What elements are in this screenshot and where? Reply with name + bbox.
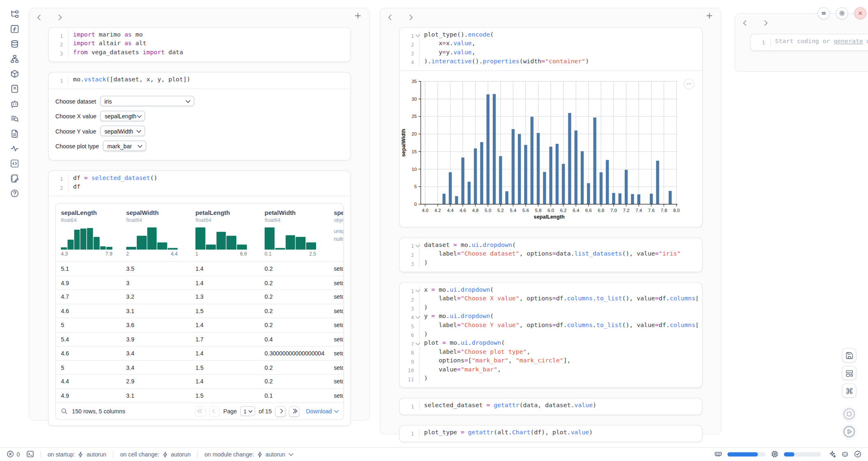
sidebar-icon-list-search[interactable]	[10, 115, 18, 123]
table-row: 4.93.11.50.1setosa	[56, 388, 343, 402]
table-row: 53.61.40.2setosa	[56, 318, 343, 332]
svg-text:35: 35	[412, 79, 417, 84]
svg-text:5.6: 5.6	[522, 208, 529, 213]
select-choose-plot-type[interactable]: mark_bar	[103, 141, 146, 151]
scratch-code-input[interactable]: 1Start coding or generate with AI	[750, 35, 868, 51]
control-row-choose-x-value: Choose X valuesepalLength	[55, 111, 344, 121]
robot-icon[interactable]	[841, 450, 849, 459]
label-choose-x-value: Choose X value	[55, 113, 97, 119]
svg-text:6.2: 6.2	[560, 208, 567, 213]
table-cell: 3.6	[126, 322, 195, 328]
table-cell: 0.2	[265, 279, 334, 286]
last-page-button[interactable]	[289, 406, 300, 417]
statusbar-on-module-change[interactable]: on module change:autorun	[205, 451, 293, 458]
search-icon[interactable]	[61, 408, 67, 415]
error-count[interactable]: 0	[7, 450, 20, 459]
code-editor-chart[interactable]: 1plot_type().encode(2 x=x.value,3 y=y.va…	[399, 28, 702, 71]
svg-text:7.0: 7.0	[610, 208, 617, 213]
sidebar-icon-database[interactable]	[10, 40, 18, 48]
select-choose-y-value[interactable]: sepalWidth	[100, 126, 145, 136]
gear-button[interactable]	[836, 7, 848, 20]
svg-text:25: 25	[412, 114, 417, 119]
svg-text:6.8: 6.8	[598, 208, 605, 213]
table-cell: 0.4	[265, 336, 334, 342]
play-button[interactable]	[842, 424, 856, 439]
code-editor-imports[interactable]: 1import marimo as mo2import altair as al…	[49, 28, 351, 61]
sidebar	[0, 0, 29, 461]
line-number: 11	[403, 375, 414, 384]
check-circle-icon[interactable]	[854, 450, 861, 459]
prev-page-button[interactable]	[210, 406, 220, 417]
table-cell: 1.4	[195, 265, 264, 272]
download-button[interactable]: Download	[306, 408, 338, 415]
cpu-icon	[771, 450, 778, 459]
sidebar-icon-bot-message[interactable]	[10, 99, 18, 108]
column-header-species[interactable]: speciesobjectunique:nulls:	[334, 209, 343, 257]
sidebar-icon-file-tree[interactable]	[10, 10, 18, 18]
ram-icon	[715, 450, 722, 459]
sparkles-icon[interactable]	[829, 450, 836, 459]
column-header-sepalLength[interactable]: sepalLengthfloat644.37.9	[61, 209, 126, 257]
sidebar-icon-notebook-pen[interactable]	[10, 174, 18, 182]
command-button[interactable]	[842, 383, 856, 398]
line-number: 5	[403, 322, 414, 331]
sidebar-icon-scroll-text[interactable]	[10, 85, 18, 93]
page-select[interactable]: 1	[240, 406, 255, 416]
code-editor-plot-type[interactable]: 1plot_type = getattr(alt.Chart(df), plot…	[399, 426, 702, 442]
line-number: 2	[403, 295, 414, 304]
histogram-sepalLength	[61, 226, 112, 250]
line-number: 1	[403, 429, 414, 438]
first-page-button[interactable]	[196, 406, 206, 417]
panel1-forward-button[interactable]	[55, 13, 62, 21]
panel2-add-cell-button[interactable]	[706, 12, 714, 20]
label-choose-plot-type: Choose plot type	[55, 143, 99, 149]
sidebar-icon-function-square[interactable]	[10, 25, 18, 33]
cell-dataframe: 1df = selected_dataset()2df sepalLengthf…	[48, 171, 351, 426]
control-row-choose-dataset: Choose datasetiris	[55, 96, 344, 106]
terminal-button[interactable]	[26, 450, 34, 459]
table-summary: 150 rows, 5 columns	[72, 408, 125, 415]
table-cell: 3.5	[126, 265, 195, 272]
code-editor-dataframe[interactable]: 1df = selected_dataset()2df	[49, 171, 351, 196]
panel3-back-button[interactable]	[742, 19, 750, 27]
sidebar-icon-code-square[interactable]	[10, 159, 18, 168]
line-number: 1	[52, 76, 63, 85]
save-button[interactable]	[842, 348, 856, 362]
svg-text:4.2: 4.2	[434, 208, 441, 213]
panel2-forward-button[interactable]	[406, 13, 413, 21]
code-editor-selected-dataset[interactable]: 1selected_dataset = getattr(data, datase…	[399, 399, 702, 415]
statusbar-on-startup[interactable]: on startup:autorun	[48, 451, 106, 458]
sidebar-icon-activity[interactable]	[10, 145, 18, 153]
menu-button[interactable]	[817, 7, 830, 20]
code-editor-xyplot[interactable]: 1x = mo.ui.dropdown(2 label="Choose X va…	[399, 283, 702, 387]
statusbar-on-cell-change[interactable]: on cell change:autorun	[120, 451, 190, 458]
column-header-petalWidth[interactable]: petalWidthfloat640.12.5	[265, 209, 334, 257]
chart-menu-button[interactable]	[683, 78, 694, 89]
close-button[interactable]	[854, 7, 866, 20]
table-cell: 1.4	[195, 322, 264, 328]
next-page-button[interactable]	[275, 406, 286, 417]
sidebar-icon-file-text[interactable]	[10, 129, 18, 138]
marimo-app: 1import marimo as mo2import altair as al…	[0, 0, 868, 461]
table-cell: 3	[126, 279, 195, 286]
panel2-back-button[interactable]	[387, 13, 395, 21]
code-editor-vstack[interactable]: 1mo.vstack([dataset, x, y, plot])	[49, 72, 351, 89]
table-row: 4.931.40.2setosa	[56, 275, 343, 289]
sidebar-icon-help-circle[interactable]	[10, 189, 18, 198]
altair-chart[interactable]: 051015202530354.04.24.44.64.85.05.25.45.…	[399, 71, 702, 227]
column-header-sepalWidth[interactable]: sepalWidthfloat6424.4	[126, 209, 195, 257]
select-choose-dataset[interactable]: iris	[100, 96, 194, 106]
column-header-petalLength[interactable]: petalLengthfloat6416.9	[195, 209, 264, 257]
code-editor-dataset[interactable]: 1dataset = mo.ui.dropdown(2 label="Choos…	[399, 238, 702, 272]
table-cell: 1.4	[195, 279, 264, 286]
layout-button[interactable]	[842, 366, 856, 380]
sidebar-icon-workflow[interactable]	[10, 55, 18, 63]
stop-button[interactable]	[842, 407, 856, 421]
sidebar-icon-package[interactable]	[10, 70, 18, 78]
select-choose-x-value[interactable]: sepalLength	[100, 111, 145, 121]
line-number: 6	[403, 330, 414, 339]
panel1-add-cell-button[interactable]	[354, 12, 362, 20]
panel1-back-button[interactable]	[36, 13, 44, 21]
panel3-forward-button[interactable]	[761, 19, 769, 27]
table-cell: setosa	[334, 378, 343, 385]
